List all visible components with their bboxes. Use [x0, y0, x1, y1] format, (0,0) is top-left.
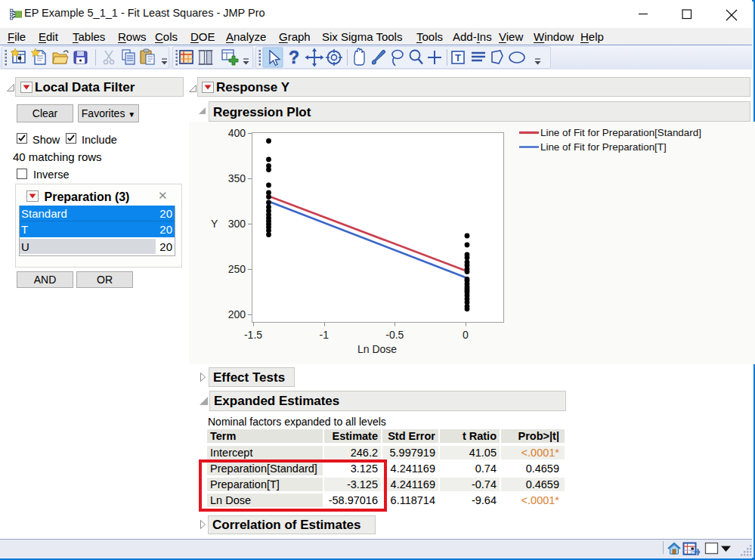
- svg-text:200: 200: [228, 308, 246, 320]
- svg-text:Line of Fit for Preparation[St: Line of Fit for Preparation[Standard]: [540, 127, 701, 138]
- svg-text:0: 0: [463, 329, 469, 341]
- svg-text:350: 350: [228, 172, 246, 184]
- svg-text:250: 250: [228, 263, 246, 275]
- svg-text:-1.5: -1.5: [244, 329, 262, 341]
- svg-text:Ln Dose: Ln Dose: [357, 343, 397, 355]
- svg-text:400: 400: [228, 127, 246, 139]
- svg-text:-1: -1: [319, 329, 329, 341]
- svg-text:?: ?: [289, 48, 299, 67]
- svg-text:T: T: [455, 52, 461, 63]
- svg-text:Y: Y: [211, 218, 218, 230]
- svg-text:300: 300: [228, 218, 246, 230]
- svg-text:-0.5: -0.5: [385, 329, 404, 341]
- svg-text:Line of Fit for Preparation[T]: Line of Fit for Preparation[T]: [540, 141, 667, 153]
